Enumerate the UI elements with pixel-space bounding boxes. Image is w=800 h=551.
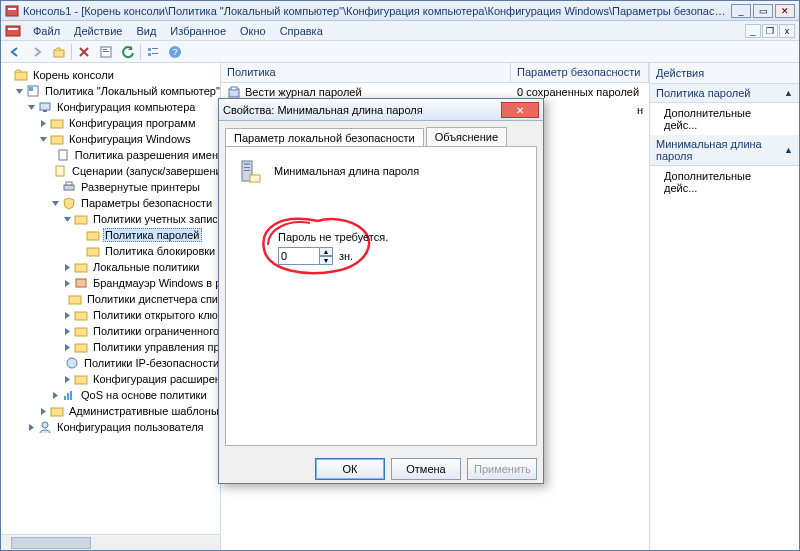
menu-window[interactable]: Окно [234,23,272,39]
dialog-tab-explain[interactable]: Объяснение [426,127,507,146]
tree-netlist[interactable]: Политики диспетчера спи [85,293,220,305]
dialog-policy-name: Минимальная длина пароля [274,165,419,177]
forward-button[interactable] [27,42,47,62]
tree-acctpol[interactable]: Политики учетных записей [91,213,220,225]
apply-button[interactable]: Применить [467,458,537,480]
tree-pwdpol-selected[interactable]: Политика паролей [103,228,202,242]
svg-rect-14 [15,72,27,80]
dialog-titlebar[interactable]: Свойства: Минимальная длина пароля ✕ [219,99,543,121]
tree-pubkey[interactable]: Политики открытого клю [91,309,220,321]
expander-open-icon[interactable] [63,215,72,224]
expander-closed-icon[interactable] [39,119,48,128]
expander-open-icon[interactable] [27,103,36,112]
menu-help[interactable]: Справка [274,23,329,39]
svg-rect-46 [244,170,250,171]
tree-restrict[interactable]: Политики ограниченного [91,325,220,337]
tree-appctrl[interactable]: Политики управления при [91,341,220,353]
tree-hscrollbar[interactable] [1,534,220,550]
tree-admintpl[interactable]: Административные шаблоны [67,405,220,417]
tree-lockpol[interactable]: Политика блокировки [103,245,217,257]
mdi-window-controls: _ ❐ x [745,24,795,38]
svg-rect-16 [29,87,33,91]
tree-localpol[interactable]: Локальные политики [91,261,201,273]
expander-closed-icon[interactable] [63,263,72,272]
tree-printers[interactable]: Развернутые принтеры [79,181,202,193]
tree-compcfg[interactable]: Конфигурация компьютера [55,101,197,113]
actions-more-2[interactable]: Дополнительные дейс... [650,166,799,198]
tree-ipsec[interactable]: Политики IP-безопасности [82,357,220,369]
minimize-button[interactable]: _ [731,4,751,18]
expander-icon[interactable] [3,71,12,80]
expander-open-icon[interactable] [39,135,48,144]
svg-rect-2 [6,26,20,36]
svg-rect-27 [87,248,99,256]
cancel-button[interactable]: Отмена [391,458,461,480]
dialog-tab-local[interactable]: Параметр локальной безопасности [225,128,424,147]
script-icon [53,164,67,178]
policy-item-icon [227,85,241,99]
menu-view[interactable]: Вид [130,23,162,39]
back-button[interactable] [5,42,25,62]
tree-nameres[interactable]: Политика разрешения имен [73,149,220,161]
svg-text:?: ? [172,47,177,57]
dialog-close-button[interactable]: ✕ [501,102,539,118]
tree-secparams[interactable]: Параметры безопасности [79,197,214,209]
expander-closed-icon[interactable] [63,311,72,320]
actions-group-minlen[interactable]: Минимальная длина пароля▲ [650,135,799,166]
col-param[interactable]: Параметр безопасности [511,63,649,82]
folder-icon [86,244,100,258]
mdi-close[interactable]: x [779,24,795,38]
tree-policy[interactable]: Политика "Локальный компьютер" [43,85,220,97]
list-view-button[interactable] [143,42,163,62]
svg-point-34 [67,358,77,368]
expander-closed-icon[interactable] [39,407,48,416]
tree-extcfg[interactable]: Конфигурация расширенн [91,373,220,385]
svg-rect-26 [87,232,99,240]
up-button[interactable] [49,42,69,62]
expander-closed-icon[interactable] [51,391,60,400]
actions-group-pwd[interactable]: Политика паролей▲ [650,84,799,103]
actions-more-1[interactable]: Дополнительные дейс... [650,103,799,135]
col-policy[interactable]: Политика [221,63,511,82]
tree-scripts[interactable]: Сценарии (запуск/завершени [70,165,220,177]
user-icon [38,420,52,434]
properties-button[interactable] [96,42,116,62]
mdi-restore[interactable]: ❐ [762,24,778,38]
menu-file[interactable]: Файл [27,23,66,39]
tree-wincfg[interactable]: Конфигурация Windows [67,133,193,145]
caret-up-icon: ▲ [784,145,793,155]
tree-softcfg[interactable]: Конфигурация программ [67,117,197,129]
menu-action[interactable]: Действие [68,23,128,39]
close-button[interactable]: ✕ [775,4,795,18]
tree-firewall[interactable]: Брандмауэр Windows в ре [91,277,220,289]
svg-rect-1 [8,8,16,10]
spin-down-button[interactable]: ▼ [319,256,333,265]
dialog-title: Свойства: Минимальная длина пароля [223,104,501,116]
caret-up-icon: ▲ [784,88,793,98]
spin-up-button[interactable]: ▲ [319,247,333,256]
ok-button[interactable]: ОК [315,458,385,480]
refresh-button[interactable] [118,42,138,62]
maximize-button[interactable]: ▭ [753,4,773,18]
dialog-tabs: Параметр локальной безопасности Объяснен… [225,127,537,146]
help-button[interactable]: ? [165,42,185,62]
tree-root[interactable]: Корень консоли [31,69,116,81]
expander-open-icon[interactable] [15,87,24,96]
tree-usercfg[interactable]: Конфигурация пользователя [55,421,206,433]
min-length-input[interactable] [278,247,320,265]
svg-rect-0 [6,6,18,16]
expander-closed-icon[interactable] [63,343,72,352]
expander-closed-icon[interactable] [63,327,72,336]
delete-button[interactable] [74,42,94,62]
svg-rect-36 [64,396,66,400]
svg-rect-22 [56,166,64,176]
scrollbar-thumb[interactable] [11,537,91,549]
expander-open-icon[interactable] [51,199,60,208]
menubar: Файл Действие Вид Избранное Окно Справка… [1,21,799,41]
menu-favorites[interactable]: Избранное [164,23,232,39]
expander-closed-icon[interactable] [63,279,72,288]
expander-closed-icon[interactable] [63,375,72,384]
tree-qos[interactable]: QoS на основе политики [79,389,209,401]
mdi-minimize[interactable]: _ [745,24,761,38]
expander-closed-icon[interactable] [27,423,36,432]
